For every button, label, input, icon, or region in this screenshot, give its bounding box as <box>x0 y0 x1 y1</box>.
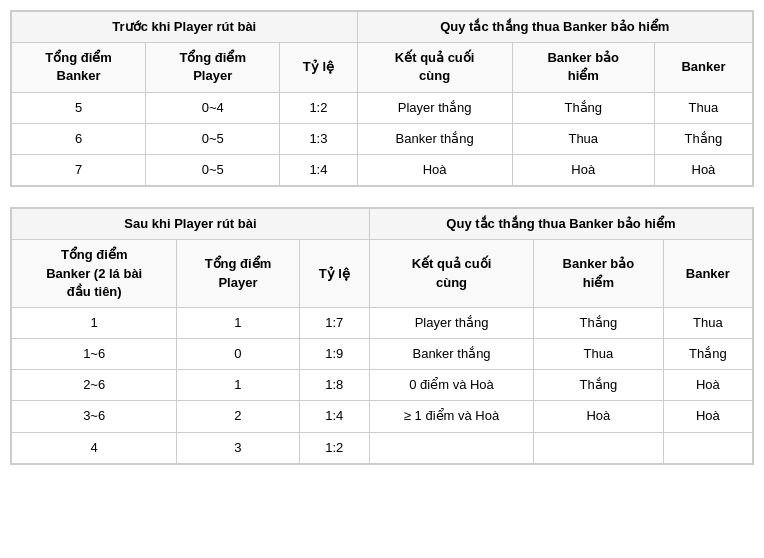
table2-cell-3-1: 2 <box>177 401 299 432</box>
table1-col2-header: Tổng điểmPlayer <box>146 43 280 92</box>
table2-cell-3-3: ≥ 1 điểm và Hoà <box>369 401 533 432</box>
table2-cell-2-5: Hoà <box>663 370 752 401</box>
table2-row: 3~621:4≥ 1 điểm và HoàHoàHoà <box>12 401 753 432</box>
table2-row: 111:7Player thắngThắngThua <box>12 307 753 338</box>
table2-row: 1~601:9Banker thắngThuaThắng <box>12 339 753 370</box>
table2-cell-4-4 <box>534 432 664 463</box>
table1-col4-header: Kết quả cuốicùng <box>357 43 512 92</box>
table2-cell-1-0: 1~6 <box>12 339 177 370</box>
table1-cell-0-5: Thua <box>654 92 752 123</box>
table1-cell-1-2: 1:3 <box>280 123 357 154</box>
table2-cell-3-2: 1:4 <box>299 401 369 432</box>
table2-cell-2-0: 2~6 <box>12 370 177 401</box>
table1-cell-0-4: Thắng <box>512 92 654 123</box>
table2-col5-header: Banker bảohiểm <box>534 240 664 308</box>
table1-cell-2-2: 1:4 <box>280 154 357 185</box>
table1-wrapper: Trước khi Player rút bài Quy tắc thắng t… <box>10 10 754 187</box>
table2-cell-1-5: Thắng <box>663 339 752 370</box>
table2-col2-header: Tổng điểmPlayer <box>177 240 299 308</box>
table2-cell-4-0: 4 <box>12 432 177 463</box>
table1-col5-header: Banker bảohiểm <box>512 43 654 92</box>
table2-cell-2-2: 1:8 <box>299 370 369 401</box>
table2-section1-header: Sau khi Player rút bài <box>12 209 370 240</box>
table2-cell-1-1: 0 <box>177 339 299 370</box>
table1-cell-1-0: 6 <box>12 123 146 154</box>
table1-cell-2-3: Hoà <box>357 154 512 185</box>
table2-cell-1-3: Banker thắng <box>369 339 533 370</box>
table1-row: 70~51:4HoàHoàHoà <box>12 154 753 185</box>
table2-col1-header: Tổng điểmBanker (2 lá bàiđầu tiên) <box>12 240 177 308</box>
table2-section2-header: Quy tắc thắng thua Banker bảo hiểm <box>369 209 752 240</box>
table2-cell-0-2: 1:7 <box>299 307 369 338</box>
table2-col4-header: Kết quả cuốicùng <box>369 240 533 308</box>
table2-cell-1-4: Thua <box>534 339 664 370</box>
table1-cell-0-2: 1:2 <box>280 92 357 123</box>
table2: Sau khi Player rút bài Quy tắc thắng thu… <box>11 208 753 464</box>
table1-row: 60~51:3Banker thắngThuaThắng <box>12 123 753 154</box>
table1-cell-2-4: Hoà <box>512 154 654 185</box>
table2-cell-2-3: 0 điểm và Hoà <box>369 370 533 401</box>
table1-cell-2-5: Hoà <box>654 154 752 185</box>
table2-cell-0-1: 1 <box>177 307 299 338</box>
table2-cell-4-1: 3 <box>177 432 299 463</box>
table1-section1-header: Trước khi Player rút bài <box>12 12 358 43</box>
table2-cell-2-1: 1 <box>177 370 299 401</box>
table2-row: 431:2 <box>12 432 753 463</box>
table2-cell-2-4: Thắng <box>534 370 664 401</box>
table1-col3-header: Tỷ lệ <box>280 43 357 92</box>
table2-cell-0-4: Thắng <box>534 307 664 338</box>
table1: Trước khi Player rút bài Quy tắc thắng t… <box>11 11 753 186</box>
table2-cell-4-2: 1:2 <box>299 432 369 463</box>
table2-cell-4-5 <box>663 432 752 463</box>
table1-cell-0-3: Player thắng <box>357 92 512 123</box>
table1-col1-header: Tổng điểmBanker <box>12 43 146 92</box>
table1-col6-header: Banker <box>654 43 752 92</box>
table1-cell-1-1: 0~5 <box>146 123 280 154</box>
table2-wrapper: Sau khi Player rút bài Quy tắc thắng thu… <box>10 207 754 465</box>
table2-cell-4-3 <box>369 432 533 463</box>
table1-cell-0-0: 5 <box>12 92 146 123</box>
table2-cell-3-4: Hoà <box>534 401 664 432</box>
table2-cell-3-5: Hoà <box>663 401 752 432</box>
table1-cell-2-0: 7 <box>12 154 146 185</box>
table2-cell-3-0: 3~6 <box>12 401 177 432</box>
table2-col6-header: Banker <box>663 240 752 308</box>
table1-cell-2-1: 0~5 <box>146 154 280 185</box>
table2-cell-1-2: 1:9 <box>299 339 369 370</box>
table2-cell-0-5: Thua <box>663 307 752 338</box>
table1-cell-1-5: Thắng <box>654 123 752 154</box>
table1-cell-1-3: Banker thắng <box>357 123 512 154</box>
table1-cell-1-4: Thua <box>512 123 654 154</box>
table2-cell-0-0: 1 <box>12 307 177 338</box>
table1-section2-header: Quy tắc thắng thua Banker bảo hiểm <box>357 12 752 43</box>
table2-col3-header: Tỷ lệ <box>299 240 369 308</box>
table1-cell-0-1: 0~4 <box>146 92 280 123</box>
table1-row: 50~41:2Player thắngThắngThua <box>12 92 753 123</box>
table2-cell-0-3: Player thắng <box>369 307 533 338</box>
table2-row: 2~611:80 điểm và HoàThắngHoà <box>12 370 753 401</box>
